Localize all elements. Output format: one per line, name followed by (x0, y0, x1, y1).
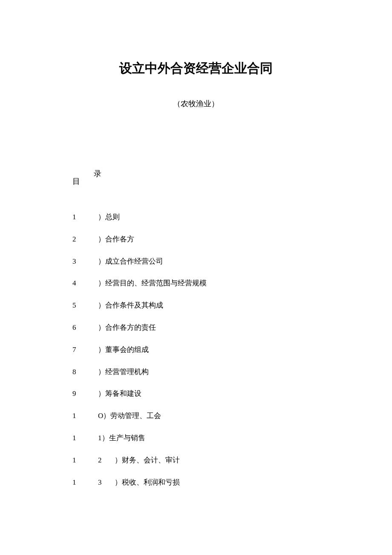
toc-number: 7 (72, 345, 98, 355)
toc-subnum: O (98, 411, 103, 421)
toc-text: 3）税收、利润和亏损 (98, 477, 180, 488)
toc-number: 4 (72, 278, 98, 288)
toc-number: 1 (72, 411, 98, 421)
toc-number: 1 (72, 455, 98, 465)
toc-text: ）经营目的、经营范围与经营规模 (98, 278, 207, 288)
toc-text: ）合作各方的责任 (98, 323, 156, 333)
toc-item: 1 ）总则 (72, 212, 320, 222)
toc-text: ）成立合作经营公司 (98, 256, 163, 267)
toc-text-inner: ）劳动管理、工会 (103, 412, 161, 420)
toc-number: 1 (72, 477, 98, 488)
toc-item: 8 ）经营管理机构 (72, 367, 320, 377)
toc-item: 1 3）税收、利润和亏损 (72, 477, 320, 488)
toc-number: 1 (72, 212, 98, 222)
toc-text-inner: ）财务、会计、审计 (115, 456, 180, 464)
toc-subnum: 1 (98, 433, 102, 443)
toc-subnum: 3 (98, 477, 102, 488)
toc-subnum: 2 (98, 455, 102, 465)
toc-item: 9 ）筹备和建设 (72, 389, 320, 399)
toc-item: 4 ）经营目的、经营范围与经营规模 (72, 278, 320, 288)
toc-number: 9 (72, 389, 98, 399)
toc-text: ）总则 (98, 212, 120, 222)
toc-item: 5 ）合作条件及其构成 (72, 300, 320, 311)
toc-text: ）合作条件及其构成 (98, 300, 163, 311)
toc-item: 1 O）劳动管理、工会 (72, 411, 320, 421)
toc-label-char-1: 目 (72, 169, 94, 186)
document-title: 设立中外合资经营企业合同 (72, 60, 320, 77)
toc-number: 3 (72, 256, 98, 267)
document-subtitle: （农牧渔业） (72, 99, 320, 109)
toc-text: ）董事会的组成 (98, 345, 149, 355)
document-page: 设立中外合资经营企业合同 （农牧渔业） 目 录 1 ）总则 2 ）合作各方 3 … (0, 0, 392, 487)
toc-text: 2）财务、会计、审计 (98, 455, 180, 465)
toc-list: 1 ）总则 2 ）合作各方 3 ）成立合作经营公司 4 ）经营目的、经营范围与经… (72, 212, 320, 487)
toc-text-inner: ）税收、利润和亏损 (115, 478, 180, 486)
toc-text: 1）生产与销售 (98, 433, 145, 443)
toc-text: ）合作各方 (98, 234, 134, 244)
toc-header: 目 录 (72, 169, 320, 186)
toc-number: 6 (72, 323, 98, 333)
toc-number: 8 (72, 367, 98, 377)
toc-number: 5 (72, 300, 98, 311)
toc-text-inner: ）生产与销售 (102, 434, 145, 442)
toc-number: 2 (72, 234, 98, 244)
toc-item: 2 ）合作各方 (72, 234, 320, 244)
toc-item: 7 ）董事会的组成 (72, 345, 320, 355)
toc-item: 3 ）成立合作经营公司 (72, 256, 320, 267)
toc-item: 1 2）财务、会计、审计 (72, 455, 320, 465)
toc-text: ）经营管理机构 (98, 367, 149, 377)
toc-label-char-2: 录 (94, 169, 101, 186)
toc-text: O）劳动管理、工会 (98, 411, 161, 421)
toc-number: 1 (72, 433, 98, 443)
toc-text: ）筹备和建设 (98, 389, 141, 399)
toc-item: 6 ）合作各方的责任 (72, 323, 320, 333)
toc-item: 1 1）生产与销售 (72, 433, 320, 443)
